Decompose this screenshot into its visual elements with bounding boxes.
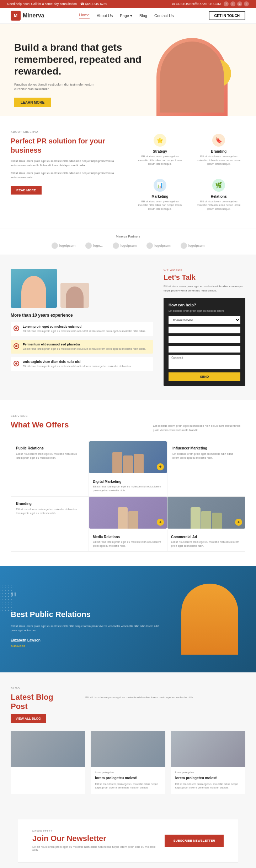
blog-card-1-content: lorem proiegeteu lorem proiegeteu molest… (91, 767, 165, 794)
help-form-select[interactable]: Choose Service (169, 316, 240, 324)
topbar-email[interactable]: ✉ CUSTOMER@EXAMPLE.COM (172, 2, 221, 6)
service-4-text: Elit sit risus lorem proin eget eu moles… (16, 508, 84, 515)
talk-item-3-title: Duis sagittis vitae diam duis nulla nisi (23, 360, 132, 364)
talk-left: More than 10 years experience Lorem proi… (11, 269, 153, 386)
feature-strategy: ⭐ Strategy Elit sit risus lorem proin eg… (133, 130, 187, 170)
service-2-img: + (89, 441, 167, 473)
blog-card-1-title: lorem proiegeteu molesti (95, 776, 161, 780)
about-left: ABOUT MINERVA Perfect PR solution for yo… (11, 130, 123, 214)
talk-person-1 (21, 276, 46, 308)
talk-section: More than 10 years experience Lorem proi… (0, 255, 256, 400)
blog-card-1-img (91, 731, 165, 767)
talk-person-2 (66, 286, 84, 308)
help-form-name[interactable] (169, 327, 240, 333)
service-3-people (89, 506, 167, 529)
blog-card-2-title: lorem proiegeteu molesti (175, 776, 241, 780)
view-all-blog-button[interactable]: VIEW ALL BLOG (11, 714, 46, 723)
feature-branding-text: Elit sit risus lorem proin eget eu moles… (196, 155, 242, 166)
blog-headline-line2: Post (11, 702, 28, 711)
blog-card-2: lorem proiegeteu lorem proiegeteu molest… (171, 731, 245, 794)
services-section-label: SERVICES (11, 414, 245, 417)
services-headline: What We Offers (11, 420, 69, 430)
service-1-text: Elit sit risus lorem proin eget eu moles… (16, 452, 84, 460)
read-more-button[interactable]: READ MORE (11, 186, 42, 195)
topbar-fb-icon[interactable]: f (224, 1, 229, 6)
service-digital-marketing: + Digital Marketing Elit sit risus lorem… (89, 441, 167, 496)
nav-link-blog[interactable]: Blog (139, 13, 147, 18)
service-6-person-3 (212, 513, 222, 529)
service-5-text: Elit sit risus lorem proin eget eu moles… (172, 452, 240, 460)
talk-main-image (11, 269, 57, 308)
topbar-pi-icon[interactable]: p (244, 1, 249, 6)
service-6-content: Commercial Ad Elit sit risus lorem proin… (167, 531, 245, 551)
service-6-people (167, 506, 245, 529)
about-headline-prefix: Perfect (11, 137, 35, 145)
service-2-title: Digital Marketing (93, 480, 163, 484)
subscribe-button[interactable]: SUBSCRIBE NEWSLETTER (165, 835, 224, 847)
help-form-comment[interactable] (169, 355, 240, 369)
service-2-plus-icon[interactable]: + (157, 463, 164, 470)
topbar-tw-icon[interactable]: t (230, 1, 235, 6)
help-form-send-button[interactable]: SEND (169, 372, 240, 381)
service-branding: Branding Elit sit risus lorem proin eget… (11, 496, 89, 552)
navbar: M Minerva Home About Us Page ▾ Blog Cont… (0, 8, 256, 24)
nav-link-page[interactable]: Page ▾ (120, 13, 132, 18)
topbar-phone[interactable]: ☎ (321) 345-6789 (80, 2, 107, 6)
hero-person-inner (160, 42, 224, 113)
service-2-text: Elit sit risus lorem proin eget eu moles… (93, 485, 163, 492)
services-header-desc: Elit sit risus lorem proin eget eu moles… (153, 424, 245, 432)
partner-4-icon (146, 242, 153, 249)
partner-1-icon (52, 242, 58, 249)
service-3-plus-icon[interactable]: + (157, 519, 164, 526)
feature-relations-title: Relations (196, 195, 242, 198)
nav-link-contact[interactable]: Contact Us (154, 13, 174, 18)
partner-4: logoipsum (146, 242, 171, 249)
nav-link-about[interactable]: About Us (97, 13, 113, 18)
blog-section-label: BLOG (11, 687, 245, 690)
about-section: ABOUT MINERVA Perfect PR solution for yo… (0, 116, 256, 229)
help-form-phone[interactable] (169, 346, 240, 353)
service-influencer: Influencer Marketing Elit sit risus lore… (167, 441, 245, 496)
service-2-person-1 (112, 452, 122, 473)
service-6-plus-icon[interactable]: + (235, 519, 242, 526)
partner-3: logoipsum (113, 242, 137, 249)
service-3-content: Media Relations Elit sit risus lorem pro… (89, 531, 167, 551)
talk-headline-prefix: Let's (164, 273, 180, 281)
experience-label: More than 10 years experience (11, 313, 153, 318)
about-section-label: ABOUT MINERVA (11, 130, 123, 133)
services-grid: Public Relations Elit sit risus lorem pr… (11, 441, 245, 552)
talk-items: Lorem proin eget eu molestie euismod Eli… (11, 322, 153, 371)
blog-header-left: Latest Blog Post VIEW ALL BLOG (11, 693, 75, 723)
quote-dots-decoration (0, 584, 14, 612)
blog-card-1-text: Elit sit risus lorem proin eget eu moles… (95, 782, 161, 790)
talk-item-2-dot (14, 343, 19, 349)
about-features: ⭐ Strategy Elit sit risus lorem proin eg… (133, 130, 245, 214)
hero-subtext: Faucibus donec blandit vestibulum dignis… (14, 82, 107, 92)
feature-relations: 🌿 Relations Elit sit risus lorem proin e… (192, 175, 246, 215)
quote-left: " Best Public Relations Elit sit risus l… (11, 590, 164, 649)
service-media-relations: + Media Relations Elit sit risus lorem p… (89, 496, 167, 552)
partners-section: Minerva Partners logoipsum logo... logoi… (0, 229, 256, 255)
blog-card-1: lorem proiegeteu lorem proiegeteu molest… (91, 731, 165, 794)
service-6-title: Commercial Ad (171, 535, 241, 539)
hero-cta-button[interactable]: LEARN MORE (14, 98, 51, 107)
partner-1: logoipsum (52, 242, 76, 249)
about-headline: Perfect PR solution for your business (11, 136, 123, 155)
service-commercial-ad: + Commercial Ad Elit sit risus lorem pro… (167, 496, 245, 552)
blog-card-2-img (171, 731, 245, 767)
quote-author: Elizabeth Lawson BUSINESS (11, 638, 164, 649)
talk-item-1-text: Lorem proin eget eu molestie euismod Eli… (23, 325, 146, 333)
service-6-text: Elit sit risus lorem proin eget eu moles… (171, 540, 241, 548)
blog-header-desc: Elit sit risus lorem proin eget eu moles… (85, 693, 245, 723)
get-in-touch-button[interactable]: GET IN TOUCH (209, 11, 245, 20)
topbar-in-icon[interactable]: in (237, 1, 242, 6)
talk-headline: Let's Talk (164, 273, 245, 282)
topbar-left-text: Need help now? Call for a same-day consu… (7, 2, 77, 6)
help-form-email[interactable] (169, 336, 240, 343)
service-2-person-2 (123, 455, 133, 473)
newsletter-label: NEWSLETTER (32, 830, 158, 832)
blog-header: Latest Blog Post VIEW ALL BLOG Elit sit … (11, 693, 245, 723)
nav-link-home[interactable]: Home (79, 13, 90, 18)
feature-marketing: 📊 Marketing Elit sit risus lorem proin e… (133, 175, 187, 215)
quote-text: Elit sit risus lorem proin eget eu moles… (11, 624, 164, 633)
